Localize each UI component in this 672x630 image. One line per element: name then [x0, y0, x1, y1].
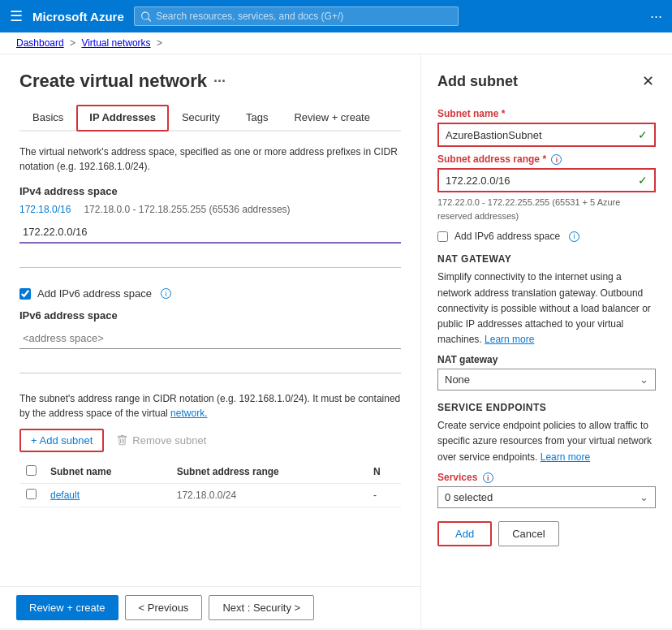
- panel-ipv6-checkbox[interactable]: [437, 231, 448, 242]
- panel-header: Add subnet ✕: [437, 71, 656, 92]
- section-description: The virtual network's address space, spe…: [19, 145, 401, 174]
- service-endpoints-label-header: SERVICE ENDPOINTS: [437, 402, 656, 413]
- search-bar[interactable]: [134, 6, 459, 26]
- nat-gateway-desc: Simplify connectivity to the internet us…: [437, 270, 656, 347]
- subnet-address-checkmark: ✓: [638, 174, 648, 187]
- tab-security[interactable]: Security: [169, 105, 233, 132]
- title-options-icon[interactable]: ···: [213, 73, 226, 90]
- services-select[interactable]: 0 selected ⌄: [437, 486, 656, 508]
- add-button[interactable]: Add: [437, 521, 492, 546]
- subnet-name-input-wrap: AzureBastionSubnet ✓: [437, 123, 656, 147]
- tab-tags[interactable]: Tags: [233, 105, 281, 132]
- services-chevron-icon: ⌄: [640, 491, 648, 503]
- ipv6-checkbox-row: Add IPv6 address space i: [19, 287, 401, 300]
- select-all-checkbox[interactable]: [26, 465, 37, 476]
- hamburger-icon[interactable]: ☰: [10, 7, 23, 25]
- ipv6-section-label: IPv6 address space: [19, 309, 401, 321]
- row-check: [19, 484, 44, 507]
- app-title: Microsoft Azure: [32, 10, 124, 24]
- chevron-down-icon: ⌄: [640, 373, 648, 386]
- panel-bottom: Add Cancel: [437, 521, 656, 546]
- ipv4-cidr: 172.18.0/16: [19, 204, 71, 215]
- search-input[interactable]: [156, 11, 451, 22]
- col-subnet-name: Subnet name: [44, 460, 170, 484]
- panel-close-button[interactable]: ✕: [640, 71, 656, 92]
- ipv6-input[interactable]: [19, 328, 401, 349]
- nat-gateway-learn-more[interactable]: Learn more: [485, 334, 534, 345]
- main-container: Create virtual network ··· Basics IP Add…: [0, 54, 672, 628]
- service-endpoints-desc: Create service endpoint policies to allo…: [437, 418, 656, 465]
- table-row: default 172.18.0.0/24 -: [19, 484, 401, 507]
- panel-ipv6-checkbox-row: Add IPv6 address space i: [437, 231, 656, 242]
- row-subnet-range: 172.18.0.0/24: [170, 484, 367, 507]
- subnet-name-value: AzureBastionSubnet: [446, 129, 542, 141]
- subnet-name-link[interactable]: default: [50, 490, 80, 501]
- bottom-bar: Review + create < Previous Next : Securi…: [0, 586, 420, 628]
- ipv4-section-label: IPv4 address space: [19, 185, 401, 197]
- ipv6-input-2[interactable]: [19, 352, 401, 373]
- row-checkbox[interactable]: [26, 489, 37, 499]
- subnet-range-note: 172.22.0.0 - 172.22.255.255 (65531 + 5 A…: [437, 196, 656, 222]
- subnet-address-info-icon[interactable]: i: [551, 154, 562, 165]
- services-field-label: Services i: [437, 472, 656, 483]
- service-endpoints-section: SERVICE ENDPOINTS Create service endpoin…: [437, 402, 656, 465]
- next-button[interactable]: Next : Security >: [209, 595, 314, 620]
- nat-gateway-value: None: [445, 373, 470, 386]
- review-create-button[interactable]: Review + create: [16, 595, 118, 620]
- subnet-actions: + Add subnet Remove subnet: [19, 429, 401, 452]
- add-subnet-button[interactable]: + Add subnet: [19, 429, 104, 452]
- topbar: ☰ Microsoft Azure ···: [0, 0, 672, 32]
- remove-subnet-label: Remove subnet: [132, 434, 206, 447]
- subnet-address-label: Subnet address range * i: [437, 153, 656, 165]
- breadcrumb-dashboard[interactable]: Dashboard: [16, 37, 64, 49]
- col-check: [19, 460, 44, 484]
- subnet-note: The subnet's address range in CIDR notat…: [19, 391, 401, 421]
- more-options-icon[interactable]: ···: [650, 8, 662, 25]
- subnet-name-label: Subnet name *: [437, 108, 656, 119]
- subnet-name-checkmark: ✓: [638, 128, 648, 141]
- row-subnet-name: default: [44, 484, 170, 507]
- subnet-address-value: 172.22.0.0/16: [446, 175, 510, 187]
- services-value: 0 selected: [445, 491, 493, 503]
- breadcrumb-virtual-networks[interactable]: Virtual networks: [81, 37, 150, 49]
- tab-ip-addresses[interactable]: IP Addresses: [76, 105, 169, 132]
- left-panel: Create virtual network ··· Basics IP Add…: [0, 54, 420, 628]
- tab-basics[interactable]: Basics: [19, 105, 76, 132]
- previous-button[interactable]: < Previous: [125, 595, 203, 620]
- ipv4-address-row: 172.18.0/16 172.18.0.0 - 172.18.255.255 …: [19, 204, 401, 215]
- nat-gateway-select[interactable]: None ⌄: [437, 369, 656, 391]
- col-subnet-range: Subnet address range: [170, 460, 367, 484]
- subnet-note-link[interactable]: network.: [170, 408, 207, 419]
- subnet-address-input-wrap: 172.22.0.0/16 ✓: [437, 168, 656, 192]
- breadcrumb: Dashboard > Virtual networks >: [0, 32, 672, 54]
- ipv6-info-icon[interactable]: i: [161, 288, 171, 299]
- panel-ipv6-label: Add IPv6 address space: [454, 231, 560, 242]
- subnet-table: Subnet name Subnet address range N defau…: [19, 460, 401, 507]
- ipv6-checkbox-label: Add IPv6 address space: [37, 287, 152, 300]
- required-marker-2: *: [542, 153, 546, 165]
- search-icon: [141, 11, 151, 22]
- panel-title: Add subnet: [437, 73, 518, 90]
- tab-review-create[interactable]: Review + create: [281, 105, 383, 132]
- ipv6-checkbox[interactable]: [19, 288, 31, 300]
- nat-gateway-section: NAT GATEWAY Simplify connectivity to the…: [437, 253, 656, 347]
- remove-subnet-button[interactable]: Remove subnet: [110, 430, 213, 451]
- service-endpoints-learn-more[interactable]: Learn more: [541, 451, 590, 463]
- row-n: -: [367, 484, 401, 507]
- required-marker: *: [502, 108, 506, 119]
- col-n: N: [367, 460, 401, 484]
- tabs: Basics IP Addresses Security Tags Review…: [19, 105, 401, 132]
- nat-gateway-field-label: NAT gateway: [437, 354, 656, 365]
- trash-icon: [117, 435, 127, 446]
- services-info-icon[interactable]: i: [483, 472, 493, 483]
- ipv4-input-2[interactable]: [19, 247, 401, 268]
- right-panel: Add subnet ✕ Subnet name * AzureBastionS…: [420, 54, 672, 628]
- nat-gateway-label-header: NAT GATEWAY: [437, 253, 656, 265]
- ipv4-range: 172.18.0.0 - 172.18.255.255 (65536 addre…: [84, 204, 290, 215]
- panel-ipv6-info-icon[interactable]: i: [569, 231, 579, 242]
- cancel-button[interactable]: Cancel: [498, 521, 558, 546]
- page-title: Create virtual network ···: [19, 71, 401, 92]
- ipv4-input-1[interactable]: [19, 222, 401, 244]
